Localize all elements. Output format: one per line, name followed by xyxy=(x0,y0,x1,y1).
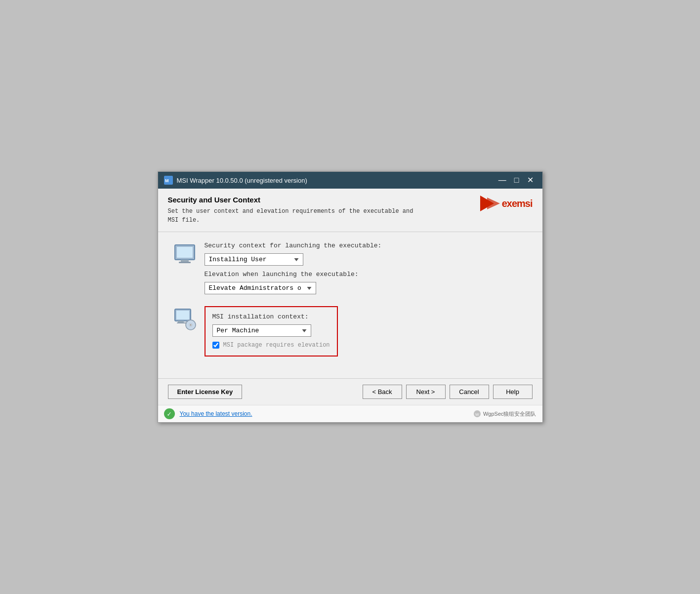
msi-highlighted-box: MSI installation context: Per Machine Pe… xyxy=(205,306,338,356)
titlebar-controls: — □ ✕ xyxy=(495,176,536,184)
footer: Enter License Key < Back Next > Cancel H… xyxy=(158,378,542,405)
next-button[interactable]: Next > xyxy=(406,385,446,399)
logo-text: exemsi xyxy=(502,198,533,209)
page-title: Security and User Context xyxy=(168,196,413,204)
msi-elevation-checkbox[interactable] xyxy=(212,342,219,349)
elevation-label: Elevation when launching the executable: xyxy=(205,271,528,278)
header-text: Security and User Context Set the user c… xyxy=(168,196,413,225)
msi-context-body: MSI installation context: Per Machine Pe… xyxy=(205,306,528,356)
main-window: M MSI Wrapper 10.0.50.0 (unregistered ve… xyxy=(158,171,543,423)
logo-emsi: emsi xyxy=(512,198,533,209)
footer-right: < Back Next > Cancel Help xyxy=(363,385,533,399)
security-context-section: Security context for launching the execu… xyxy=(173,242,528,294)
monitor-icon xyxy=(173,243,197,267)
watermark-text: W WgpSec狼组安全团队 xyxy=(473,410,536,418)
logo-arrow-icon xyxy=(480,196,501,211)
license-key-button[interactable]: Enter License Key xyxy=(168,385,243,399)
close-button[interactable]: ✕ xyxy=(524,176,536,184)
cancel-button[interactable]: Cancel xyxy=(450,385,489,399)
svg-text:M: M xyxy=(165,178,169,183)
svg-marker-3 xyxy=(487,198,500,209)
msi-context-label: MSI installation context: xyxy=(212,313,330,320)
checkbox-row: MSI package requires elevation xyxy=(212,342,330,349)
status-check-icon: ✓ xyxy=(164,408,175,419)
status-link[interactable]: You have the latest version. xyxy=(180,410,252,417)
msi-context-section: MSI installation context: Per Machine Pe… xyxy=(173,306,528,356)
security-context-dropdown[interactable]: Installing User Local System Per User xyxy=(205,253,303,266)
svg-rect-6 xyxy=(181,260,189,262)
msi-icon: M xyxy=(164,176,173,185)
svg-point-14 xyxy=(190,324,191,326)
svg-rect-10 xyxy=(178,321,184,322)
header-description: Set the user context and elevation requi… xyxy=(168,207,413,225)
titlebar-left: M MSI Wrapper 10.0.50.0 (unregistered ve… xyxy=(164,176,307,185)
back-button[interactable]: < Back xyxy=(363,385,402,399)
status-bar: ✓ You have the latest version. W WgpSec狼… xyxy=(158,405,542,422)
titlebar: M MSI Wrapper 10.0.50.0 (unregistered ve… xyxy=(158,172,542,189)
minimize-button[interactable]: — xyxy=(495,176,509,184)
logo-ex: ex xyxy=(502,198,512,209)
svg-text:W: W xyxy=(475,412,479,417)
header-section: Security and User Context Set the user c… xyxy=(158,189,542,232)
svg-rect-7 xyxy=(179,262,191,263)
security-context-body: Security context for launching the execu… xyxy=(205,242,528,294)
footer-left: Enter License Key xyxy=(168,385,243,399)
exemsi-logo: exemsi xyxy=(480,196,533,211)
computer-cd-icon xyxy=(173,307,197,331)
restore-button[interactable]: □ xyxy=(511,176,522,184)
status-text: You have the latest version. xyxy=(180,409,252,418)
window-title: MSI Wrapper 10.0.50.0 (unregistered vers… xyxy=(177,177,307,184)
security-context-label: Security context for launching the execu… xyxy=(205,242,528,249)
elevation-dropdown[interactable]: Elevate Administrators o No Elevation Al… xyxy=(205,282,316,294)
content-area: Security context for launching the execu… xyxy=(158,232,542,378)
svg-rect-11 xyxy=(177,322,187,323)
svg-rect-9 xyxy=(176,311,189,319)
svg-rect-5 xyxy=(177,247,193,258)
wechat-icon: W xyxy=(473,410,481,418)
help-button[interactable]: Help xyxy=(493,385,533,399)
msi-context-dropdown[interactable]: Per Machine Per User Per User Unmanaged xyxy=(212,324,311,337)
msi-elevation-label[interactable]: MSI package requires elevation xyxy=(223,342,330,349)
